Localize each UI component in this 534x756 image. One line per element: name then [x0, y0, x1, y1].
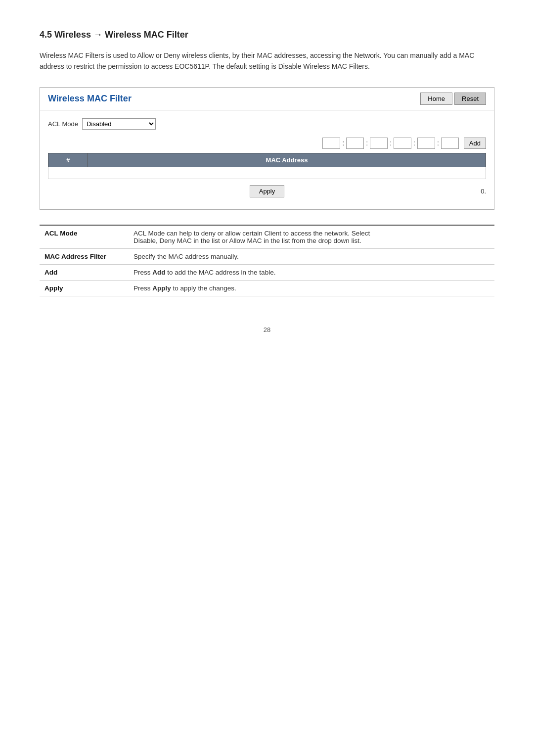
page-number: 28 — [40, 326, 494, 333]
mac-sep-1: : — [342, 139, 344, 147]
mac-octet-4[interactable] — [394, 138, 411, 149]
desc-term-mac-filter: MAC Address Filter — [40, 248, 129, 264]
add-button[interactable]: Add — [464, 138, 486, 149]
acl-mode-label: ACL Mode — [48, 120, 78, 128]
description-table: ACL Mode ACL Mode can help to deny or al… — [40, 225, 494, 296]
reset-button[interactable]: Reset — [454, 93, 486, 105]
table-col-hash: # — [48, 153, 88, 167]
panel-body: ACL Mode Disabled Deny MAC in the list A… — [40, 110, 494, 209]
desc-row-acl-mode: ACL Mode ACL Mode can help to deny or al… — [40, 225, 494, 249]
desc-term-apply: Apply — [40, 280, 129, 296]
desc-def-apply: Press Apply to apply the changes. — [129, 280, 494, 296]
mac-octet-3[interactable] — [370, 138, 388, 149]
desc-row-apply: Apply Press Apply to apply the changes. — [40, 280, 494, 296]
mac-address-input-row: : : : : : Add — [48, 138, 486, 149]
acl-mode-select[interactable]: Disabled Deny MAC in the list Allow MAC … — [82, 118, 156, 130]
panel-header: Wireless MAC Filter Home Reset — [40, 88, 494, 110]
mac-octet-1[interactable] — [322, 138, 340, 149]
table-empty-row — [48, 167, 486, 179]
mac-sep-3: : — [390, 139, 392, 147]
desc-term-acl-mode: ACL Mode — [40, 225, 129, 249]
mac-octet-2[interactable] — [346, 138, 364, 149]
mac-sep-2: : — [366, 139, 368, 147]
apply-button[interactable]: Apply — [250, 185, 285, 197]
acl-mode-row: ACL Mode Disabled Deny MAC in the list A… — [48, 118, 486, 130]
desc-def-add: Press Add to add the MAC address in the … — [129, 264, 494, 280]
page-heading: 4.5 Wireless → Wireless MAC Filter — [40, 30, 494, 40]
home-button[interactable]: Home — [420, 93, 452, 105]
mac-octet-6[interactable] — [441, 138, 459, 149]
desc-def-acl-mode: ACL Mode can help to deny or allow certa… — [129, 225, 494, 249]
panel-title: Wireless MAC Filter — [48, 94, 132, 104]
mac-octet-5[interactable] — [417, 138, 435, 149]
header-buttons: Home Reset — [420, 93, 486, 105]
page-count: 0. — [481, 188, 486, 195]
desc-row-add: Add Press Add to add the MAC address in … — [40, 264, 494, 280]
intro-paragraph: Wireless MAC Filters is used to Allow or… — [40, 50, 494, 72]
apply-row: Apply 0. — [48, 179, 486, 201]
wireless-mac-filter-panel: Wireless MAC Filter Home Reset ACL Mode … — [40, 87, 494, 210]
mac-sep-5: : — [437, 139, 439, 147]
mac-sep-4: : — [413, 139, 415, 147]
mac-address-table: # MAC Address — [48, 153, 486, 179]
desc-row-mac-filter: MAC Address Filter Specify the MAC addre… — [40, 248, 494, 264]
desc-def-mac-filter: Specify the MAC address manually. — [129, 248, 494, 264]
table-col-mac: MAC Address — [88, 153, 486, 167]
desc-term-add: Add — [40, 264, 129, 280]
